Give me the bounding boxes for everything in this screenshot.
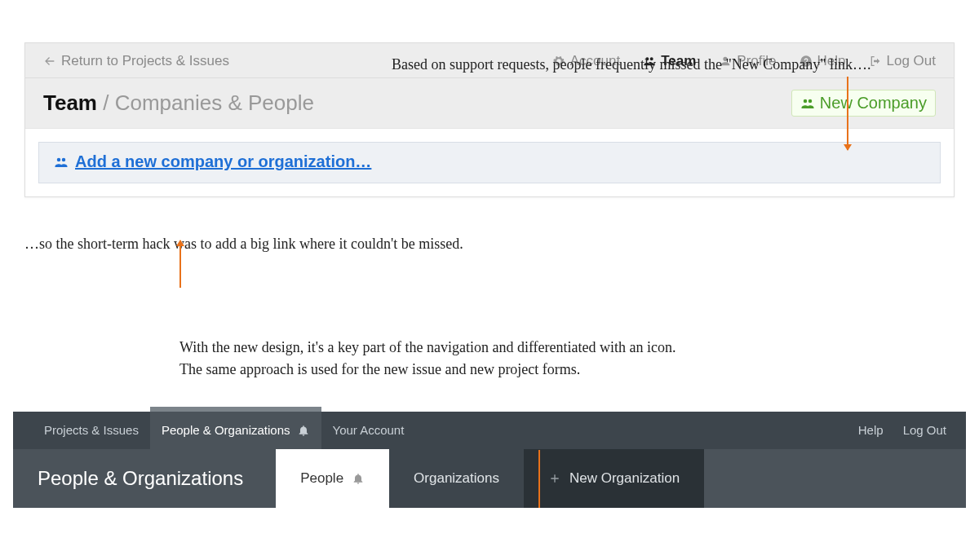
- tab-people-organizations[interactable]: People & Organizations: [150, 412, 321, 449]
- subtab-new-organization[interactable]: New Organization: [524, 449, 704, 508]
- return-link-label: Return to Projects & Issues: [61, 53, 229, 69]
- arrow-to-new-company: [847, 77, 848, 150]
- bell-icon: [352, 472, 365, 485]
- page-title-bold: Team: [43, 90, 97, 115]
- new-company-button[interactable]: New Company: [791, 90, 936, 117]
- tab-your-account-label: Your Account: [333, 423, 405, 437]
- subtab-people-label: People: [300, 470, 343, 487]
- subtab-organizations[interactable]: Organizations: [389, 449, 524, 508]
- annotation-top: Based on support requests, people freque…: [392, 54, 946, 76]
- annotation-lower-1: With the new design, it's a key part of …: [179, 337, 832, 359]
- bell-icon: [297, 424, 310, 437]
- new-main-bar: People & Organizations People Organizati…: [13, 449, 966, 508]
- new-toptabs: Projects & Issues People & Organizations…: [13, 412, 966, 449]
- arrow-to-big-link: [179, 240, 181, 288]
- annotation-lower: With the new design, it's a key part of …: [179, 337, 832, 381]
- people-icon: [800, 96, 815, 111]
- plus-icon: [548, 472, 561, 485]
- page-title: Team / Companies & People: [43, 90, 314, 116]
- tab-projects-issues[interactable]: Projects & Issues: [33, 412, 150, 449]
- new-help-link[interactable]: Help: [858, 423, 884, 437]
- tab-your-account[interactable]: Your Account: [321, 412, 416, 449]
- old-body: Add a new company or organization…: [25, 128, 954, 196]
- new-top-right: Help Log Out: [858, 412, 946, 449]
- arrow-to-new-organization: [538, 450, 540, 508]
- page-title-rest: Companies & People: [115, 90, 314, 115]
- people-icon: [54, 155, 69, 170]
- new-logout-link[interactable]: Log Out: [903, 423, 946, 437]
- annotation-lower-2: The same approach is used for the new is…: [179, 359, 832, 381]
- arrow-left-icon: [43, 55, 56, 68]
- return-link[interactable]: Return to Projects & Issues: [43, 53, 229, 69]
- subtab-people[interactable]: People: [276, 449, 389, 508]
- new-design-panel: Projects & Issues People & Organizations…: [13, 412, 966, 508]
- add-company-box: Add a new company or organization…: [38, 142, 941, 183]
- annotation-mid: …so the short-term hack was to add a big…: [24, 233, 955, 255]
- new-page-heading: People & Organizations: [38, 449, 276, 508]
- page-title-sep: /: [97, 90, 115, 115]
- subtab-new-organization-label: New Organization: [569, 470, 680, 487]
- old-title-bar: Team / Companies & People New Company: [25, 78, 954, 128]
- subtab-organizations-label: Organizations: [414, 470, 499, 487]
- add-company-link-label: Add a new company or organization…: [75, 152, 371, 171]
- add-company-link[interactable]: Add a new company or organization…: [54, 152, 371, 171]
- tab-projects-issues-label: Projects & Issues: [44, 423, 139, 437]
- tab-people-organizations-label: People & Organizations: [162, 423, 290, 437]
- new-company-label: New Company: [820, 94, 927, 112]
